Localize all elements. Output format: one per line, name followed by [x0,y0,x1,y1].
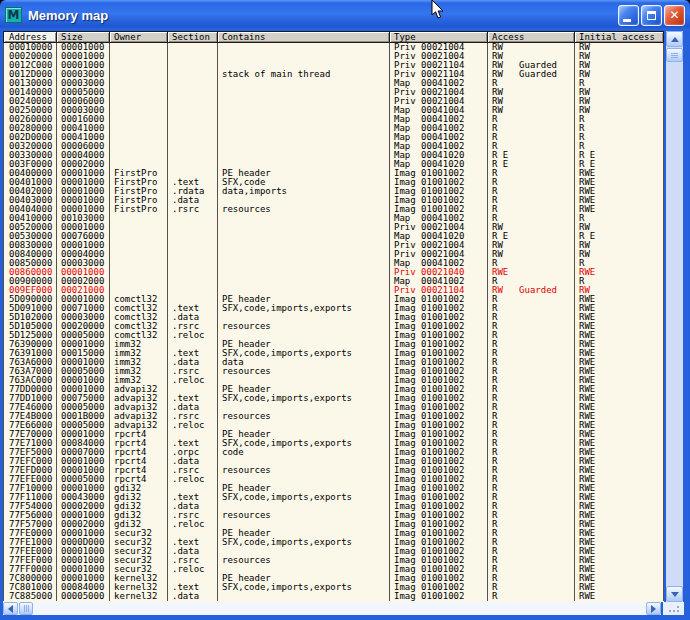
table-row[interactable]: 0040400000001000FirstPro.rsrcresourcesIm… [3,205,664,214]
table-row[interactable]: 0084000000004000Priv 00021004RWRW [3,250,664,259]
vertical-scrollbar[interactable] [666,31,683,602]
cell-contains [218,151,390,160]
cell-size: 00076000 [57,232,110,241]
table-row[interactable]: 0083000000001000Priv 00021004RWRW [3,241,664,250]
table-row[interactable]: 763A700000005000imm32.rsrcresourcesImag … [3,367,664,376]
table-row[interactable]: 77EF500000007000rpcrt4.orpccodeImag 0100… [3,448,664,457]
cell-section [168,286,218,295]
cell-section: .data [168,358,218,367]
table-row[interactable]: 5D12500000005000comctl32.relocImag 01001… [3,331,664,340]
table-row[interactable]: 0052000000001000Priv 00021004RWRW [3,223,664,232]
table-row[interactable]: 0002000000001000Priv 00021004RWRW [3,52,664,61]
table-row[interactable]: 7639000000001000imm32PE headerImag 01001… [3,340,664,349]
table-row[interactable]: 77FF000000001000secur32.relocImag 010010… [3,565,664,574]
cell-section [168,259,218,268]
table-row[interactable]: 0041000000103000Map 00041002RR [3,214,664,223]
table-row[interactable]: 77E7000000001000rpcrt4PE headerImag 0100… [3,430,664,439]
table-row[interactable]: 77DD100000075000advapi32.textSFX,code,im… [3,394,664,403]
table-row[interactable]: 5D10500000020000comctl32.rsrcresourcesIm… [3,322,664,331]
table-row[interactable]: 0001000000001000Priv 00021004RWRW [3,43,664,52]
table-row[interactable]: 77E4B0000001B000advapi32.rsrcresourcesIm… [3,412,664,421]
table-row[interactable]: 77E7100000084000rpcrt4.textSFX,code,impo… [3,439,664,448]
maximize-button[interactable] [641,5,662,26]
table-row[interactable]: 77F5600000001000gdi32.rsrcresourcesImag … [3,511,664,520]
table-row[interactable]: 0040300000001000FirstPro.dataImag 010010… [3,196,664,205]
table-row[interactable]: 77FE10000000D000secur32.textSFX,code,imp… [3,538,664,547]
cell-address: 7C885000 [3,592,57,601]
table-row[interactable]: 5D09100000071000comctl32.textSFX,code,im… [3,304,664,313]
table-row[interactable]: 0026000000016000Map 00041002RR [3,115,664,124]
column-header-access[interactable]: Access [488,31,575,43]
table-row[interactable]: 77F5700000002000gdi32.relocImag 01001002… [3,520,664,529]
scroll-up-button[interactable] [666,31,683,47]
close-button[interactable]: ✕ [664,5,685,26]
table-row[interactable]: 77E6600000005000advapi32.relocImag 01001… [3,421,664,430]
table-row[interactable]: 77FEF00000001000secur32.rsrcresourcesIma… [3,556,664,565]
table-row[interactable]: 0033000000004000Map 00041020R ER E [3,151,664,160]
table-row[interactable]: 0014000000005000Priv 00021004RWRW [3,88,664,97]
table-row[interactable]: 77EFD00000001000rpcrt4.rsrcresourcesImag… [3,466,664,475]
cell-type: Imag 01001002 [390,592,488,601]
table-row[interactable]: 77F5400000002000gdi32.dataImag 01001002R… [3,502,664,511]
table-row[interactable]: 0040100000001000FirstPro.textSFX,codeIma… [3,178,664,187]
horizontal-scrollbar[interactable] [3,602,661,615]
table-row[interactable]: 77DD000000001000advapi32PE headerImag 01… [3,385,664,394]
column-header-initial-access[interactable]: Initial access [575,31,664,43]
minimize-button[interactable] [618,5,639,26]
table-row[interactable]: 009EF00000021000Priv 00021104RW GuardedR… [3,286,664,295]
table-row[interactable]: 77E4600000005000advapi32.dataImag 010010… [3,403,664,412]
table-row[interactable]: 77F1100000043000gdi32.textSFX,code,impor… [3,493,664,502]
table-row[interactable]: 0086000000001000Priv 00021040RWERWE [3,268,664,277]
table-row[interactable]: 0085000000003000Map 00041002RR [3,259,664,268]
ollydbg-window-icon[interactable]: M [5,7,22,23]
table-row[interactable]: 7C80000000001000kernel32PE headerImag 01… [3,574,664,583]
table-row[interactable]: 763AC00000001000imm32.relocImag 01001002… [3,376,664,385]
scroll-right-button[interactable] [646,602,661,615]
cell-size: 00001000 [57,511,110,520]
column-header-size[interactable]: Size [57,31,110,43]
column-header-section[interactable]: Section [168,31,218,43]
titlebar[interactable]: M Memory map ✕ [0,0,690,30]
cell-access: R [488,142,575,151]
column-header-address[interactable]: Address [3,31,57,43]
table-row[interactable]: 77FEE00000001000secur32.dataImag 0100100… [3,547,664,556]
cell-access: R [488,385,575,394]
table-row[interactable]: 0040000000001000FirstProPE headerImag 01… [3,169,664,178]
cell-address: 5D102000 [3,313,57,322]
table-row[interactable]: 5D09000000001000comctl32PE headerImag 01… [3,295,664,304]
table-row[interactable]: 0013000000003000Map 00041002RR [3,79,664,88]
table-row[interactable]: 7639100000015000imm32.textSFX,code,impor… [3,349,664,358]
column-header-owner[interactable]: Owner [110,31,168,43]
window-title: Memory map [28,8,616,23]
table-row[interactable]: 7C88500000005000kernel32.dataImag 010010… [3,592,664,601]
table-row[interactable]: 0024000000006000Priv 00021004RWRW [3,97,664,106]
table-row[interactable]: 77EFC00000001000rpcrt4.dataImag 01001002… [3,457,664,466]
memory-map-table[interactable]: 0001000000001000Priv 00021004RWRW0002000… [3,43,664,602]
table-row[interactable]: 0090000000002000Map 00041002RR [3,277,664,286]
scroll-left-button[interactable] [3,602,18,615]
table-row[interactable]: 77EFE00000005000rpcrt4.relocImag 0100100… [3,475,664,484]
horizontal-scrollbar-thumb[interactable] [19,602,33,615]
table-row[interactable]: 0028000000041000Map 00041002RR [3,124,664,133]
table-row[interactable]: 0032000000006000Map 00041002RR [3,142,664,151]
cell-type: Priv 00021104 [390,61,488,70]
column-header-row: Address Size Owner Section Contains Type… [3,31,664,43]
table-row[interactable]: 0053000000076000Map 00041020R ER E [3,232,664,241]
table-row[interactable]: 763A600000001000imm32.datadataImag 01001… [3,358,664,367]
table-row[interactable]: 77F1000000001000gdi32PE headerImag 01001… [3,484,664,493]
scroll-down-button[interactable] [666,586,683,602]
table-row[interactable]: 5D10200000003000comctl32.dataImag 010010… [3,313,664,322]
vertical-scrollbar-thumb[interactable] [666,48,683,62]
table-row[interactable]: 0012D00000003000stack of main threadPriv… [3,70,664,79]
table-row[interactable]: 002D000000041000Map 00041002RR [3,133,664,142]
table-row[interactable]: 0025000000003000Map 00041004RWRW [3,106,664,115]
table-row[interactable]: 0040200000001000FirstPro.rdatadata,impor… [3,187,664,196]
table-row[interactable]: 003F000000002000Map 00041020R ER E [3,160,664,169]
table-row[interactable]: 0012C00000001000Priv 00021104RW GuardedR… [3,61,664,70]
table-row[interactable]: 7C80100000084000kernel32.textSFX,code,im… [3,583,664,592]
column-header-type[interactable]: Type [390,31,488,43]
cell-address: 77FE0000 [3,529,57,538]
column-header-contains[interactable]: Contains [218,31,390,43]
resize-grip[interactable] [663,602,684,615]
table-row[interactable]: 77FE000000001000secur32PE headerImag 010… [3,529,664,538]
